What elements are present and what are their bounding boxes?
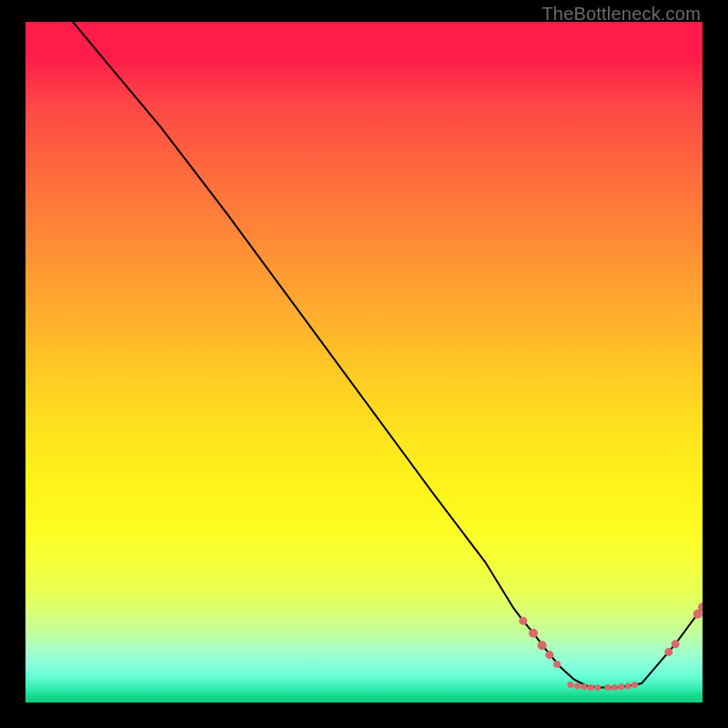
data-marker	[553, 661, 561, 668]
data-marker	[588, 684, 594, 691]
data-marker	[604, 684, 611, 691]
data-marker	[612, 684, 618, 691]
chart-container: TheBottleneck.com	[0, 0, 728, 728]
data-marker	[545, 651, 553, 659]
data-marker	[519, 617, 527, 625]
marker-group	[519, 602, 703, 691]
data-marker	[594, 684, 601, 691]
data-marker	[618, 683, 624, 690]
chart-overlay-svg	[25, 22, 703, 703]
data-marker	[672, 640, 680, 648]
data-marker	[529, 629, 538, 638]
data-marker	[538, 641, 547, 650]
data-marker	[625, 683, 632, 690]
data-marker	[574, 683, 581, 690]
data-marker	[632, 682, 638, 688]
data-marker	[581, 683, 587, 690]
data-marker	[664, 648, 672, 656]
data-marker	[567, 682, 573, 688]
bottleneck-curve	[73, 22, 703, 688]
